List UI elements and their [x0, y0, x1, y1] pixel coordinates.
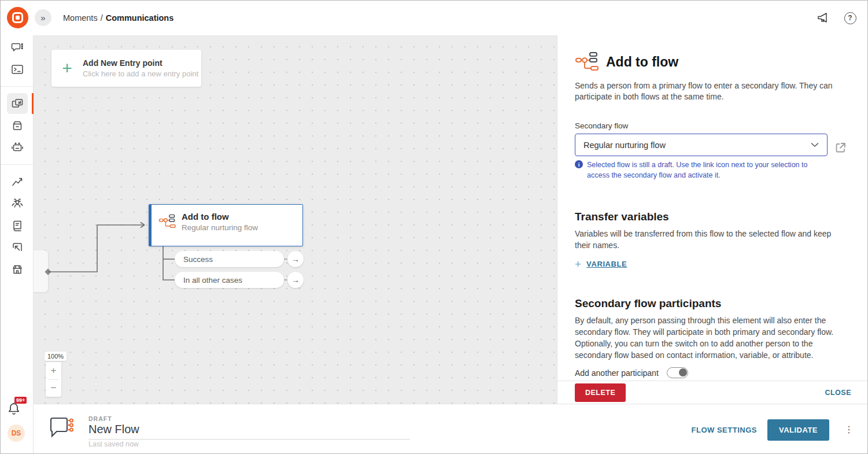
draft-status-badge: DRAFT	[88, 415, 112, 422]
open-secondary-flow-link[interactable]	[834, 142, 847, 156]
analytics-icon	[11, 175, 24, 188]
transfer-variables-title: Transfer variables	[575, 211, 669, 223]
branch-success[interactable]: Success	[175, 251, 284, 267]
sidebar-item-campaigns[interactable]	[1, 115, 34, 136]
sidebar-item-moments[interactable]	[1, 93, 34, 115]
arrow-right-icon: →	[291, 275, 300, 285]
kebab-menu-icon[interactable]: ⋮	[840, 425, 858, 434]
chatbot-icon	[11, 141, 24, 154]
branch-success-connect-button[interactable]: →	[287, 251, 304, 267]
add-participant-toggle[interactable]	[667, 367, 688, 378]
zoom-out-button[interactable]: −	[46, 380, 61, 397]
sidebar-item-logs[interactable]	[1, 215, 34, 237]
sidebar-item-people[interactable]	[1, 193, 34, 215]
add-variable-label: VARIABLE	[586, 260, 627, 268]
megaphone-icon[interactable]	[817, 11, 830, 25]
breadcrumb[interactable]: Moments / Communications	[63, 1, 173, 35]
panel-description: Sends a person from a primary flow to en…	[575, 80, 840, 103]
sidebar-item-analytics[interactable]	[1, 171, 34, 193]
secondary-flow-selected-value: Regular nurturing flow	[583, 141, 811, 150]
zoom-level-badge: 100%	[45, 352, 67, 361]
toggle-knob	[679, 368, 687, 377]
flows-icon	[11, 97, 24, 110]
entry-card-title: Add New Entry point	[83, 58, 198, 68]
node-title: Add to flow	[182, 212, 258, 222]
branch-all-other-cases[interactable]: In all other cases	[175, 272, 284, 288]
help-icon[interactable]: ?	[843, 11, 857, 25]
node-subtitle: Regular nurturing flow	[182, 223, 258, 232]
top-bar: » Moments / Communications ?	[1, 1, 868, 35]
breadcrumb-separator: /	[101, 13, 103, 23]
delete-button[interactable]: DELETE	[575, 383, 626, 402]
user-avatar[interactable]: DS	[8, 425, 25, 442]
sidebar-item-conversations[interactable]	[1, 36, 34, 58]
participants-description: By default, any person passing through t…	[575, 315, 848, 361]
plus-icon: +	[51, 58, 83, 78]
add-to-flow-icon	[575, 51, 600, 72]
add-participant-toggle-label: Add another participant	[575, 368, 659, 378]
sidebar-item-chatbot[interactable]	[1, 136, 34, 158]
chat-dots-icon	[11, 41, 24, 54]
breadcrumb-section[interactable]: Moments	[63, 13, 98, 23]
sidebar-item-marketplace[interactable]	[1, 259, 34, 280]
flow-canvas[interactable]: + Add New Entry point Click here to add …	[34, 35, 557, 404]
external-link-icon	[834, 142, 847, 154]
offscreen-element[interactable]	[34, 250, 48, 292]
add-to-flow-icon	[158, 213, 177, 230]
flow-name-input[interactable]: New Flow	[88, 423, 410, 440]
flow-settings-button[interactable]: FLOW SETTINGS	[692, 426, 757, 434]
notification-badge: 99+	[14, 397, 27, 404]
draft-info-note: i Selected flow is still a draft. Use th…	[575, 160, 832, 180]
close-button[interactable]: CLOSE	[825, 389, 851, 397]
sidebar-item-exports[interactable]	[1, 237, 34, 259]
breadcrumb-page: Communications	[106, 13, 174, 23]
zoom-in-button[interactable]: +	[46, 362, 61, 379]
entry-card-subtitle: Click here to add a new entry point	[83, 69, 198, 78]
arrow-right-icon: →	[291, 254, 300, 264]
left-sidebar: 99+ DS	[1, 35, 34, 454]
logo-ring	[12, 12, 23, 23]
marketplace-icon	[11, 263, 24, 276]
campaigns-box-icon	[11, 119, 24, 132]
last-saved-text: Last saved now	[88, 440, 139, 448]
add-variable-button[interactable]: + VARIABLE	[575, 259, 627, 270]
branch-label: Success	[183, 255, 213, 264]
app-window: » Moments / Communications ?	[0, 0, 868, 454]
chevron-down-icon	[811, 142, 819, 147]
sidebar-item-console[interactable]	[1, 58, 34, 80]
flow-node-add-to-flow[interactable]: Add to flow Regular nurturing flow	[149, 204, 303, 246]
bottom-bar: DRAFT New Flow Last saved now FLOW SETTI…	[34, 404, 868, 454]
infobip-logo[interactable]	[7, 7, 28, 28]
sidebar-divider	[1, 86, 34, 87]
terminal-icon	[11, 63, 24, 76]
transfer-variables-description: Variables will be transferred from this …	[575, 228, 845, 252]
panel-title: Add to flow	[606, 54, 678, 70]
participants-title: Secondary flow participants	[575, 297, 721, 310]
people-icon	[11, 197, 24, 210]
secondary-flow-select[interactable]: Regular nurturing flow	[575, 134, 828, 156]
add-entry-point-card[interactable]: + Add New Entry point Click here to add …	[51, 50, 201, 87]
info-icon: i	[575, 160, 583, 168]
collapse-sidebar-button[interactable]: »	[35, 9, 51, 26]
validate-button[interactable]: VALIDATE	[767, 419, 829, 441]
flag-cursor-icon	[11, 241, 24, 254]
element-settings-panel: Add to flow Sends a person from a primar…	[557, 35, 868, 404]
branch-label: In all other cases	[183, 276, 242, 285]
info-text: Selected flow is still a draft. Use the …	[587, 160, 832, 180]
sidebar-divider	[1, 164, 34, 165]
branch-all-other-cases-connect-button[interactable]: →	[287, 272, 304, 288]
secondary-flow-label: Secondary flow	[575, 121, 628, 130]
logs-book-icon	[11, 219, 24, 232]
plus-icon: +	[575, 259, 581, 270]
zoom-controls: + −	[46, 362, 61, 397]
panel-footer: DELETE CLOSE	[557, 381, 868, 404]
flow-chat-icon	[47, 414, 75, 438]
notifications-bell[interactable]: 99+	[5, 400, 29, 420]
